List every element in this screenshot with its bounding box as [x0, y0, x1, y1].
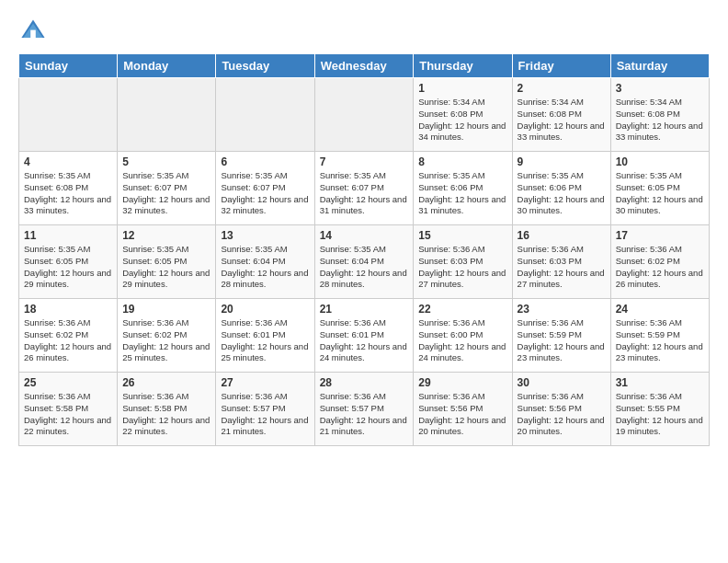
day-content: Sunrise: 5:36 AM Sunset: 5:58 PM Dayligh…	[24, 391, 112, 438]
weekday-header-thursday: Thursday	[414, 54, 512, 78]
calendar-cell: 18Sunrise: 5:36 AM Sunset: 6:02 PM Dayli…	[19, 299, 118, 373]
day-content: Sunrise: 5:34 AM Sunset: 6:08 PM Dayligh…	[418, 97, 506, 144]
day-number: 3	[616, 82, 704, 95]
day-content: Sunrise: 5:35 AM Sunset: 6:06 PM Dayligh…	[518, 170, 606, 217]
day-content: Sunrise: 5:36 AM Sunset: 5:58 PM Dayligh…	[122, 391, 210, 438]
day-content: Sunrise: 5:36 AM Sunset: 5:59 PM Dayligh…	[518, 317, 606, 364]
day-content: Sunrise: 5:36 AM Sunset: 5:56 PM Dayligh…	[518, 391, 606, 438]
day-number: 13	[221, 229, 309, 242]
calendar-cell: 13Sunrise: 5:35 AM Sunset: 6:04 PM Dayli…	[216, 225, 314, 299]
calendar-cell: 12Sunrise: 5:35 AM Sunset: 6:05 PM Dayli…	[118, 225, 216, 299]
day-content: Sunrise: 5:34 AM Sunset: 6:08 PM Dayligh…	[616, 97, 704, 144]
calendar-cell: 5Sunrise: 5:35 AM Sunset: 6:07 PM Daylig…	[118, 152, 216, 225]
day-content: Sunrise: 5:35 AM Sunset: 6:07 PM Dayligh…	[320, 170, 409, 217]
day-number: 29	[418, 376, 506, 389]
calendar-cell: 7Sunrise: 5:35 AM Sunset: 6:07 PM Daylig…	[314, 152, 414, 225]
day-content: Sunrise: 5:35 AM Sunset: 6:04 PM Dayligh…	[221, 244, 309, 291]
day-content: Sunrise: 5:34 AM Sunset: 6:08 PM Dayligh…	[518, 97, 606, 144]
day-number: 27	[221, 376, 309, 389]
calendar-cell: 9Sunrise: 5:35 AM Sunset: 6:06 PM Daylig…	[512, 152, 610, 225]
day-number: 16	[518, 229, 606, 242]
calendar-week-3: 11Sunrise: 5:35 AM Sunset: 6:05 PM Dayli…	[19, 225, 710, 299]
day-content: Sunrise: 5:36 AM Sunset: 6:01 PM Dayligh…	[320, 317, 409, 364]
calendar-cell: 24Sunrise: 5:36 AM Sunset: 5:59 PM Dayli…	[610, 299, 709, 373]
calendar-cell: 22Sunrise: 5:36 AM Sunset: 6:00 PM Dayli…	[414, 299, 512, 373]
day-number: 14	[320, 229, 409, 242]
day-content: Sunrise: 5:36 AM Sunset: 5:56 PM Dayligh…	[418, 391, 506, 438]
day-number: 15	[418, 229, 506, 242]
calendar-cell	[118, 78, 216, 152]
day-content: Sunrise: 5:35 AM Sunset: 6:06 PM Dayligh…	[418, 170, 506, 217]
day-number: 20	[221, 303, 309, 316]
weekday-header-monday: Monday	[118, 54, 216, 78]
calendar-cell: 29Sunrise: 5:36 AM Sunset: 5:56 PM Dayli…	[414, 373, 512, 446]
logo-icon	[20, 18, 46, 44]
day-content: Sunrise: 5:36 AM Sunset: 6:02 PM Dayligh…	[122, 317, 210, 364]
calendar-week-1: 1Sunrise: 5:34 AM Sunset: 6:08 PM Daylig…	[19, 78, 710, 152]
day-content: Sunrise: 5:36 AM Sunset: 6:02 PM Dayligh…	[616, 244, 704, 291]
day-content: Sunrise: 5:36 AM Sunset: 5:57 PM Dayligh…	[221, 391, 309, 438]
day-number: 24	[616, 303, 704, 316]
calendar-table: SundayMondayTuesdayWednesdayThursdayFrid…	[18, 53, 710, 446]
day-number: 4	[24, 155, 112, 168]
day-number: 9	[518, 155, 606, 168]
day-number: 18	[24, 303, 112, 316]
day-content: Sunrise: 5:36 AM Sunset: 6:03 PM Dayligh…	[518, 244, 606, 291]
calendar-week-5: 25Sunrise: 5:36 AM Sunset: 5:58 PM Dayli…	[19, 373, 710, 446]
calendar-cell: 15Sunrise: 5:36 AM Sunset: 6:03 PM Dayli…	[414, 225, 512, 299]
svg-rect-2	[30, 30, 36, 38]
calendar-cell: 14Sunrise: 5:35 AM Sunset: 6:04 PM Dayli…	[314, 225, 414, 299]
header	[18, 18, 710, 44]
weekday-header-sunday: Sunday	[19, 54, 118, 78]
page: SundayMondayTuesdayWednesdayThursdayFrid…	[0, 0, 728, 455]
day-number: 25	[24, 376, 112, 389]
calendar-cell: 8Sunrise: 5:35 AM Sunset: 6:06 PM Daylig…	[414, 152, 512, 225]
day-number: 17	[616, 229, 704, 242]
calendar-cell: 11Sunrise: 5:35 AM Sunset: 6:05 PM Dayli…	[19, 225, 118, 299]
day-content: Sunrise: 5:36 AM Sunset: 6:00 PM Dayligh…	[418, 317, 506, 364]
day-number: 8	[418, 155, 506, 168]
calendar-cell: 23Sunrise: 5:36 AM Sunset: 5:59 PM Dayli…	[512, 299, 610, 373]
day-number: 10	[616, 155, 704, 168]
day-content: Sunrise: 5:35 AM Sunset: 6:05 PM Dayligh…	[24, 244, 112, 291]
calendar-week-4: 18Sunrise: 5:36 AM Sunset: 6:02 PM Dayli…	[19, 299, 710, 373]
weekday-header-friday: Friday	[512, 54, 610, 78]
day-content: Sunrise: 5:35 AM Sunset: 6:08 PM Dayligh…	[24, 170, 112, 217]
calendar-cell: 4Sunrise: 5:35 AM Sunset: 6:08 PM Daylig…	[19, 152, 118, 225]
day-number: 21	[320, 303, 409, 316]
weekday-header-saturday: Saturday	[610, 54, 709, 78]
day-content: Sunrise: 5:36 AM Sunset: 5:57 PM Dayligh…	[320, 391, 409, 438]
day-content: Sunrise: 5:35 AM Sunset: 6:07 PM Dayligh…	[221, 170, 309, 217]
day-content: Sunrise: 5:36 AM Sunset: 6:02 PM Dayligh…	[24, 317, 112, 364]
calendar-cell: 6Sunrise: 5:35 AM Sunset: 6:07 PM Daylig…	[216, 152, 314, 225]
day-number: 28	[320, 376, 409, 389]
day-number: 2	[518, 82, 606, 95]
day-number: 26	[122, 376, 210, 389]
calendar-cell: 30Sunrise: 5:36 AM Sunset: 5:56 PM Dayli…	[512, 373, 610, 446]
day-content: Sunrise: 5:36 AM Sunset: 6:03 PM Dayligh…	[418, 244, 506, 291]
calendar-cell: 2Sunrise: 5:34 AM Sunset: 6:08 PM Daylig…	[512, 78, 610, 152]
calendar-cell: 1Sunrise: 5:34 AM Sunset: 6:08 PM Daylig…	[414, 78, 512, 152]
weekday-header-wednesday: Wednesday	[314, 54, 414, 78]
day-number: 5	[122, 155, 210, 168]
day-number: 30	[518, 376, 606, 389]
calendar-cell: 28Sunrise: 5:36 AM Sunset: 5:57 PM Dayli…	[314, 373, 414, 446]
calendar-cell: 20Sunrise: 5:36 AM Sunset: 6:01 PM Dayli…	[216, 299, 314, 373]
calendar-cell: 19Sunrise: 5:36 AM Sunset: 6:02 PM Dayli…	[118, 299, 216, 373]
day-content: Sunrise: 5:35 AM Sunset: 6:05 PM Dayligh…	[122, 244, 210, 291]
calendar-cell: 3Sunrise: 5:34 AM Sunset: 6:08 PM Daylig…	[610, 78, 709, 152]
day-content: Sunrise: 5:35 AM Sunset: 6:07 PM Dayligh…	[122, 170, 210, 217]
day-number: 31	[616, 376, 704, 389]
day-number: 1	[418, 82, 506, 95]
day-content: Sunrise: 5:36 AM Sunset: 5:59 PM Dayligh…	[616, 317, 704, 364]
calendar-cell: 16Sunrise: 5:36 AM Sunset: 6:03 PM Dayli…	[512, 225, 610, 299]
day-number: 12	[122, 229, 210, 242]
calendar-cell: 25Sunrise: 5:36 AM Sunset: 5:58 PM Dayli…	[19, 373, 118, 446]
weekday-header-row: SundayMondayTuesdayWednesdayThursdayFrid…	[19, 54, 710, 78]
calendar-cell: 21Sunrise: 5:36 AM Sunset: 6:01 PM Dayli…	[314, 299, 414, 373]
calendar-cell: 26Sunrise: 5:36 AM Sunset: 5:58 PM Dayli…	[118, 373, 216, 446]
day-content: Sunrise: 5:36 AM Sunset: 5:55 PM Dayligh…	[616, 391, 704, 438]
day-number: 22	[418, 303, 506, 316]
day-content: Sunrise: 5:36 AM Sunset: 6:01 PM Dayligh…	[221, 317, 309, 364]
day-number: 7	[320, 155, 409, 168]
